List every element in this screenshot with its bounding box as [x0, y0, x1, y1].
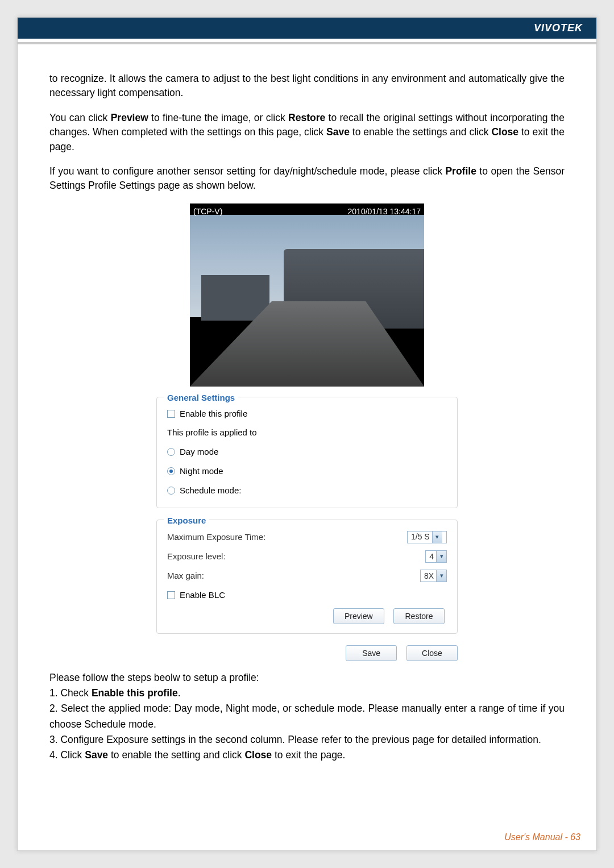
- day-mode-label: Day mode: [180, 446, 218, 458]
- bottom-button-row: Save Close: [156, 645, 458, 661]
- steps-2: 2. Select the applied mode: Day mode, Ni…: [49, 701, 565, 732]
- max-gain-label: Max gain:: [167, 570, 386, 582]
- schedule-mode-radio[interactable]: [167, 487, 175, 495]
- steps-4: 4. Click Save to enable the setting and …: [49, 747, 565, 763]
- steps-1: 1. Check Enable this profile.: [49, 686, 565, 701]
- schedule-mode-row: Schedule mode:: [165, 481, 449, 500]
- general-settings-panel: General Settings Enable this profile Thi…: [156, 397, 458, 509]
- enable-profile-row: Enable this profile: [165, 404, 449, 423]
- intro-para2: You can click Preview to fine-tune the i…: [49, 111, 565, 154]
- exposure-button-row: Preview Restore: [165, 605, 449, 625]
- max-exposure-time-select[interactable]: 1/5 S ▾: [407, 531, 447, 543]
- night-mode-row: Night mode: [165, 462, 449, 481]
- enable-blc-checkbox[interactable]: [167, 591, 175, 599]
- body-text: to recognize. It allows the camera to ad…: [18, 44, 596, 774]
- enable-profile-checkbox[interactable]: [167, 410, 175, 418]
- exposure-panel: Exposure Maximum Exposure Time: 1/5 S ▾ …: [156, 520, 458, 633]
- intro-para3: If you want to configure another sensor …: [49, 164, 565, 193]
- schedule-mode-label: Schedule mode:: [180, 484, 241, 497]
- night-mode-radio[interactable]: [167, 467, 175, 475]
- exposure-level-row: Exposure level: 4 ▾: [165, 547, 449, 566]
- camera-preview-image: (TCP-V) 2010/01/13 13:44:17: [190, 203, 424, 387]
- chevron-down-icon: ▾: [432, 531, 442, 543]
- exposure-level-select[interactable]: 4 ▾: [425, 550, 447, 563]
- profile-steps: Please follow the steps beolw to setup a…: [49, 661, 565, 763]
- night-mode-label: Night mode: [180, 465, 223, 477]
- intro-para1: to recognize. It allows the camera to ad…: [49, 72, 565, 101]
- steps-intro: Please follow the steps beolw to setup a…: [49, 670, 565, 686]
- steps-3: 3. Configure Exposure settings in the se…: [49, 732, 565, 747]
- restore-button[interactable]: Restore: [393, 608, 445, 624]
- close-button[interactable]: Close: [406, 645, 458, 661]
- applied-to-row: This profile is applied to: [165, 423, 449, 442]
- preview-button[interactable]: Preview: [333, 608, 384, 624]
- footer-page-label: User's Manual - 63: [504, 832, 580, 842]
- max-exposure-time-row: Maximum Exposure Time: 1/5 S ▾: [165, 527, 449, 546]
- exposure-level-label: Exposure level:: [167, 550, 391, 563]
- enable-blc-label: Enable BLC: [180, 589, 225, 601]
- exposure-legend: Exposure: [164, 514, 209, 527]
- max-gain-row: Max gain: 8X ▾: [165, 566, 449, 585]
- chevron-down-icon: ▾: [436, 551, 446, 562]
- day-mode-radio[interactable]: [167, 448, 175, 456]
- max-gain-select[interactable]: 8X ▾: [420, 570, 447, 582]
- brand-label: VIVOTEK: [534, 22, 583, 34]
- enable-blc-row: Enable BLC: [165, 585, 449, 605]
- document-page: VIVOTEK to recognize. It allows the came…: [17, 17, 597, 851]
- preview-timestamp: 2010/01/13 13:44:17: [348, 206, 421, 217]
- general-settings-legend: General Settings: [164, 392, 238, 404]
- chevron-down-icon: ▾: [436, 570, 446, 582]
- header-bar: VIVOTEK: [18, 18, 596, 39]
- max-exposure-time-label: Maximum Exposure Time:: [167, 531, 373, 543]
- enable-profile-label: Enable this profile: [180, 408, 247, 420]
- save-button[interactable]: Save: [346, 645, 397, 661]
- day-mode-row: Day mode: [165, 442, 449, 462]
- preview-name-overlay: (TCP-V): [193, 206, 222, 217]
- applied-to-label: This profile is applied to: [167, 426, 257, 439]
